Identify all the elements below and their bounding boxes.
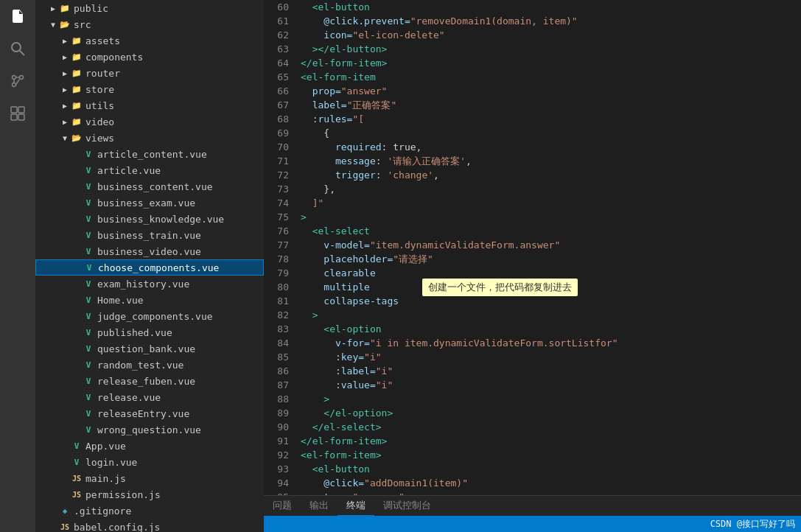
sidebar-item-home[interactable]: ▶ V Home.vue	[35, 292, 264, 308]
sidebar-item-label: .gitignore	[74, 505, 131, 517]
sidebar-item-label: permission.js	[85, 489, 161, 500]
sidebar-item-business-exam[interactable]: ▶ V business_exam.vue	[35, 195, 264, 211]
panel-tab-output[interactable]: 输出	[301, 496, 337, 516]
sidebar-item-permission-js[interactable]: ▶ JS permission.js	[35, 486, 264, 503]
extensions-icon[interactable]	[7, 103, 28, 124]
code-line-61: @click.prevent="removeDomain1(domain, it…	[301, 14, 801, 28]
vue-icon: V	[71, 440, 83, 452]
folder-icon: 📁	[71, 99, 83, 111]
code-line-62: icon="el-icon-delete"	[301, 28, 801, 42]
sidebar-item-public[interactable]: ▶ 📁 public	[35, 0, 264, 16]
folder-icon: 📁	[71, 116, 83, 127]
sidebar-item-label: video	[85, 116, 114, 127]
sidebar-item-app-vue[interactable]: ▶ V App.vue	[35, 438, 264, 454]
search-icon[interactable]	[7, 38, 28, 59]
code-line-93: <el-button	[301, 462, 801, 476]
sidebar-item-random-test[interactable]: ▶ V random_test.vue	[35, 357, 264, 373]
git-icon[interactable]	[7, 71, 28, 91]
sidebar-item-label: question_bank.vue	[97, 343, 195, 354]
code-line-84: v-for="i in item.dynamicValidateForm.sor…	[301, 336, 801, 350]
arrow-icon: ▼	[59, 132, 71, 144]
sidebar-item-views[interactable]: ▼ 📂 views	[35, 130, 264, 146]
code-line-69: {	[301, 126, 801, 140]
sidebar-item-label: choose_components.vue	[98, 262, 219, 273]
sidebar-item-release-entry[interactable]: ▶ V releaseEntry.vue	[35, 405, 264, 421]
sidebar-item-label: Home.vue	[97, 295, 144, 306]
vue-icon: V	[83, 197, 94, 209]
status-brand: CSDN @接口写好了吗	[710, 518, 795, 531]
sidebar-item-label: src	[74, 19, 91, 30]
code-line-73: },	[301, 182, 801, 196]
sidebar-item-label: published.vue	[97, 327, 172, 338]
code-line-85: :key="i"	[301, 350, 801, 364]
panel-tab-problems[interactable]: 问题	[264, 496, 301, 516]
vue-icon: V	[83, 245, 94, 257]
arrow-icon: ▶	[47, 2, 59, 14]
sidebar-item-label: public	[74, 3, 108, 14]
files-icon[interactable]	[7, 6, 28, 27]
sidebar-item-label: business_content.vue	[97, 181, 213, 192]
sidebar-item-main-js[interactable]: ▶ JS main.js	[35, 470, 264, 486]
code-line-94: @click="addDomain1(item)"	[301, 476, 801, 490]
sidebar-item-gitignore[interactable]: ▶ ◆ .gitignore	[35, 503, 264, 519]
sidebar-item-choose-components[interactable]: ▶ V choose_components.vue	[35, 259, 264, 276]
vue-icon: V	[83, 407, 94, 419]
sidebar-item-article-content[interactable]: ▶ V article_content.vue	[35, 146, 264, 162]
vue-icon: V	[83, 262, 95, 273]
editor-area: 6061626364 6566676869 7071727374 7576777…	[264, 0, 801, 532]
folder-icon: 📂	[71, 132, 83, 144]
folder-icon: 📁	[71, 67, 83, 79]
vue-icon: V	[83, 391, 94, 403]
sidebar-item-utils[interactable]: ▶ 📁 utils	[35, 97, 264, 113]
panel-tab-terminal[interactable]: 终端	[337, 496, 374, 516]
code-line-91: </el-form-item>	[301, 434, 801, 448]
sidebar-item-store[interactable]: ▶ 📁 store	[35, 81, 264, 97]
sidebar-item-business-video[interactable]: ▶ V business_video.vue	[35, 243, 264, 259]
code-line-90: </el-select>	[301, 420, 801, 434]
vue-icon: V	[83, 310, 94, 322]
sidebar-item-business-content[interactable]: ▶ V business_content.vue	[35, 178, 264, 195]
code-line-75: >	[301, 210, 801, 224]
panel-tab-label: 问题	[273, 499, 292, 512]
code-line-70: required: true,	[301, 140, 801, 154]
vue-icon: V	[83, 213, 94, 225]
code-line-74: ]"	[301, 196, 801, 210]
sidebar-item-business-train[interactable]: ▶ V business_train.vue	[35, 227, 264, 243]
folder-icon: 📁	[71, 83, 83, 95]
sidebar-item-login-vue[interactable]: ▶ V login.vue	[35, 454, 264, 470]
sidebar-item-assets[interactable]: ▶ 📁 assets	[35, 32, 264, 49]
sidebar-item-business-knowledge[interactable]: ▶ V business_knowledge.vue	[35, 211, 264, 227]
sidebar-item-release-fuben[interactable]: ▶ V release_fuben.vue	[35, 373, 264, 389]
sidebar-item-video[interactable]: ▶ 📁 video	[35, 113, 264, 130]
sidebar-item-label: business_exam.vue	[97, 197, 195, 209]
status-right: CSDN @接口写好了吗	[710, 518, 795, 531]
sidebar-item-src[interactable]: ▼ 📂 src	[35, 16, 264, 32]
sidebar-item-article[interactable]: ▶ V article.vue	[35, 162, 264, 178]
sidebar-item-exam-history[interactable]: ▶ V exam_history.vue	[35, 276, 264, 292]
arrow-icon: ▶	[59, 116, 71, 127]
sidebar-item-babel-config[interactable]: ▶ JS babel.config.js	[35, 519, 264, 532]
sidebar-item-wrong-question[interactable]: ▶ V wrong_question.vue	[35, 421, 264, 438]
folder-icon: 📂	[59, 18, 71, 30]
sidebar-item-label: login.vue	[85, 457, 137, 468]
sidebar-item-question-bank[interactable]: ▶ V question_bank.vue	[35, 340, 264, 357]
panel-tab-debug[interactable]: 调试控制台	[374, 496, 440, 516]
vue-icon: V	[83, 181, 94, 192]
sidebar-item-router[interactable]: ▶ 📁 router	[35, 65, 264, 81]
sidebar-item-label: random_test.vue	[97, 360, 183, 371]
sidebar-item-label: store	[85, 84, 114, 95]
sidebar-item-label: release.vue	[97, 392, 161, 403]
code-line-95: type="success"	[301, 490, 801, 495]
status-bar: CSDN @接口写好了吗	[264, 516, 801, 532]
sidebar-item-published[interactable]: ▶ V published.vue	[35, 324, 264, 340]
code-area[interactable]: <el-button @click.prevent="removeDomain1…	[295, 0, 801, 495]
sidebar-item-label: assets	[85, 35, 120, 46]
sidebar-item-judge-components[interactable]: ▶ V judge_components.vue	[35, 308, 264, 324]
sidebar-item-components[interactable]: ▶ 📁 components	[35, 49, 264, 65]
sidebar-item-release[interactable]: ▶ V release.vue	[35, 389, 264, 405]
sidebar-item-label: components	[85, 52, 143, 63]
editor-wrapper: 6061626364 6566676869 7071727374 7576777…	[264, 0, 801, 495]
code-line-86: :label="i"	[301, 364, 801, 378]
svg-point-2	[13, 76, 16, 80]
vue-icon: V	[83, 359, 94, 371]
